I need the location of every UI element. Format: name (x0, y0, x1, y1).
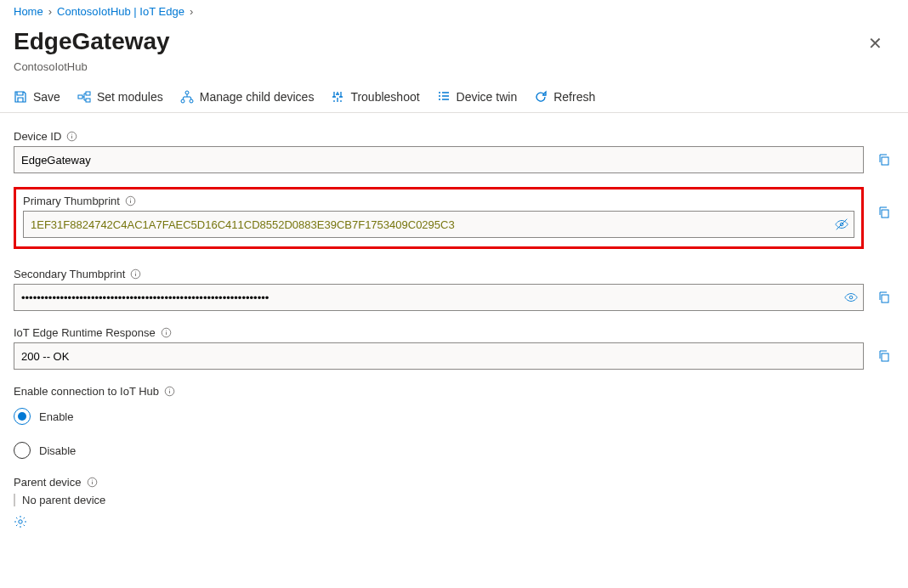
radio-checked-icon (14, 408, 31, 425)
parent-device-settings-button[interactable] (14, 515, 27, 529)
header: EdgeGateway ✕ (0, 23, 908, 60)
troubleshoot-label: Troubleshoot (350, 90, 419, 104)
secondary-thumbprint-label: Secondary Thumbprint (14, 268, 894, 280)
manage-child-label: Manage child devices (200, 90, 315, 104)
info-icon[interactable] (125, 195, 136, 206)
info-icon[interactable] (87, 477, 98, 488)
secondary-thumbprint-label-text: Secondary Thumbprint (14, 268, 125, 280)
enable-radio[interactable]: Enable (14, 408, 894, 425)
svg-point-4 (181, 99, 184, 103)
save-label: Save (33, 90, 60, 104)
refresh-button[interactable]: Refresh (534, 90, 595, 104)
parent-device-label: Parent device (14, 476, 894, 489)
enable-radio-label: Enable (39, 410, 73, 423)
svg-rect-15 (882, 353, 888, 361)
set-modules-button[interactable]: Set modules (77, 90, 163, 104)
troubleshoot-icon (331, 90, 344, 104)
copy-runtime-button[interactable] (874, 346, 894, 366)
svg-rect-2 (86, 99, 90, 102)
device-id-input[interactable] (14, 146, 864, 173)
svg-rect-10 (882, 210, 888, 218)
svg-point-18 (19, 520, 22, 523)
primary-thumbprint-input-wrap (23, 211, 854, 238)
primary-thumbprint-label: Primary Thumbprint (23, 195, 854, 207)
hierarchy-icon (180, 90, 194, 104)
copy-device-id-button[interactable] (874, 150, 894, 170)
info-icon[interactable] (130, 269, 141, 280)
svg-rect-7 (882, 157, 888, 165)
copy-primary-thumbprint-button[interactable] (874, 202, 894, 223)
disable-radio[interactable]: Disable (14, 442, 894, 459)
enable-connection-label-text: Enable connection to IoT Hub (14, 385, 159, 398)
close-button[interactable]: ✕ (856, 28, 894, 59)
device-id-row (14, 146, 894, 173)
list-icon (437, 90, 451, 104)
manage-child-button[interactable]: Manage child devices (180, 90, 315, 104)
save-icon (14, 90, 27, 104)
svg-point-5 (190, 99, 193, 103)
copy-secondary-thumbprint-button[interactable] (874, 287, 894, 308)
troubleshoot-button[interactable]: Troubleshoot (331, 90, 419, 104)
primary-thumbprint-highlight: Primary Thumbprint (14, 187, 864, 249)
chevron-right-icon: › (48, 5, 52, 18)
breadcrumb: Home › ContosoIotHub | IoT Edge › (0, 0, 908, 23)
save-button[interactable]: Save (14, 90, 60, 104)
secondary-thumbprint-row (14, 284, 894, 311)
device-twin-button[interactable]: Device twin (437, 90, 518, 104)
hide-icon[interactable] (834, 217, 849, 232)
device-twin-label: Device twin (457, 90, 518, 104)
page-subtitle: ContosoIotHub (0, 60, 908, 85)
info-icon[interactable] (66, 131, 77, 142)
secondary-thumbprint-input-wrap (14, 284, 864, 311)
refresh-icon (534, 90, 548, 104)
breadcrumb-home[interactable]: Home (14, 5, 43, 18)
info-icon[interactable] (164, 386, 175, 397)
runtime-response-input[interactable] (14, 342, 864, 370)
parent-device-label-text: Parent device (14, 476, 82, 489)
svg-point-3 (185, 91, 189, 94)
page-title: EdgeGateway (14, 28, 170, 55)
svg-rect-13 (882, 295, 888, 302)
device-id-label: Device ID (14, 130, 894, 143)
runtime-response-label-text: IoT Edge Runtime Response (14, 326, 156, 339)
modules-icon (77, 90, 91, 104)
secondary-thumbprint-input[interactable] (14, 284, 864, 311)
chevron-right-icon: › (190, 5, 193, 18)
reveal-icon[interactable] (843, 290, 859, 305)
enable-connection-label: Enable connection to IoT Hub (14, 385, 894, 398)
svg-point-12 (849, 296, 853, 299)
radio-unchecked-icon (14, 442, 31, 459)
svg-rect-1 (86, 92, 90, 95)
content: Device ID Primary Thumbprint (0, 113, 908, 545)
parent-device-value: No parent device (14, 494, 894, 506)
disable-radio-label: Disable (39, 444, 76, 457)
svg-rect-0 (78, 95, 82, 99)
set-modules-label: Set modules (97, 90, 163, 104)
toolbar: Save Set modules Manage child devices Tr… (0, 85, 908, 113)
runtime-response-label: IoT Edge Runtime Response (14, 326, 894, 339)
enable-connection-radio-group: Enable Disable (14, 408, 894, 459)
runtime-response-row (14, 342, 894, 370)
primary-thumbprint-input[interactable] (23, 211, 854, 238)
device-id-label-text: Device ID (14, 130, 61, 143)
refresh-label: Refresh (553, 90, 595, 104)
primary-thumbprint-label-text: Primary Thumbprint (23, 195, 120, 207)
breadcrumb-hub[interactable]: ContosoIotHub | IoT Edge (57, 5, 184, 18)
info-icon[interactable] (161, 327, 172, 338)
